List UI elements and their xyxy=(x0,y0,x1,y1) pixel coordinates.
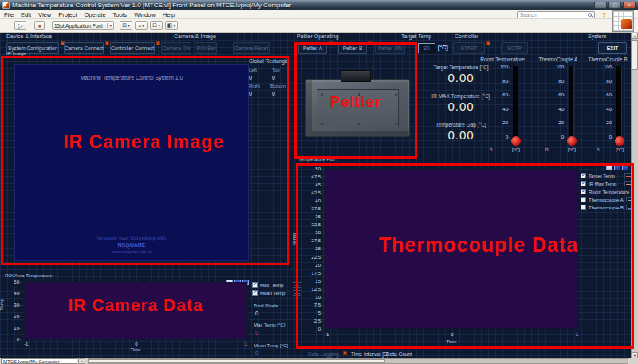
menubar: File Edit View Project Operate Tools Win… xyxy=(0,10,638,19)
annotation-peltier: Peltier xyxy=(294,93,417,111)
max-temp-label: Max Temp [°C] xyxy=(254,323,285,327)
button-label: ROI Set xyxy=(196,45,215,51)
search-input[interactable]: Search xyxy=(517,11,595,18)
statusbar: MTCS.lvproj/My Computer xyxy=(0,358,638,364)
checkbox-icon[interactable] xyxy=(252,290,258,296)
menu-view[interactable]: View xyxy=(38,11,51,18)
font-selector[interactable]: 15pt Application Font xyxy=(52,21,114,30)
led-indicator xyxy=(105,41,109,45)
legend-item-max-temp[interactable]: Max. Temp xyxy=(252,281,301,288)
thermometer-bulb xyxy=(511,136,521,146)
run-button[interactable] xyxy=(14,21,26,30)
thermometer-bar xyxy=(616,66,622,139)
reorder-dropdown[interactable] xyxy=(165,21,178,30)
section-controller: Controller xyxy=(455,33,478,39)
start-button[interactable]: START xyxy=(453,42,485,54)
button-label: System Configuration xyxy=(8,45,57,51)
resize-objects-dropdown[interactable] xyxy=(150,21,163,30)
scrollbar-thumb[interactable] xyxy=(632,40,638,70)
camera-reset-button[interactable]: Camera Reset xyxy=(233,42,270,54)
minimize-icon[interactable]: – xyxy=(594,2,607,9)
thermometer-label: ThermoCouple B xyxy=(584,57,632,62)
button-label: Camera Connect xyxy=(64,45,103,51)
thermometer-label: Room Temperature xyxy=(477,57,528,62)
roi-set-button[interactable]: ROI Set xyxy=(195,42,217,54)
font-selector-label: 15pt Application Font xyxy=(54,23,103,29)
thermometer-scale: 100806040200 xyxy=(500,65,510,139)
menu-project[interactable]: Project xyxy=(58,11,77,18)
roi-chart-y-label: Temp xyxy=(0,299,4,311)
project-tab-label: MTCS.lvproj/My Computer xyxy=(3,359,60,364)
button-label: Camera Reset xyxy=(234,45,268,51)
menu-file[interactable]: File xyxy=(4,11,14,18)
controller-connect-button[interactable]: Controller Connect xyxy=(110,42,155,54)
divider xyxy=(412,350,412,358)
help-icon[interactable] xyxy=(602,11,606,18)
checkbox-icon[interactable] xyxy=(252,282,258,288)
section-target-temp: Target Temp xyxy=(401,33,431,39)
labview-logo-icon xyxy=(612,10,634,32)
thermometer-a: ThermoCouple A 100806040200 0 [°C] xyxy=(533,57,584,152)
section-system: System xyxy=(588,33,606,39)
section-device-interface: Device & Interface xyxy=(6,33,52,39)
chevron-down-icon xyxy=(174,23,176,28)
tab-scroll-left-icon[interactable] xyxy=(78,358,85,364)
target-temp-value: 30 xyxy=(423,45,430,51)
roi-chart-x-label: Time xyxy=(24,347,247,352)
menu-tools[interactable]: Tools xyxy=(113,11,128,18)
menu-operate[interactable]: Operate xyxy=(85,11,106,18)
chevron-down-icon xyxy=(107,23,112,28)
chevron-down-icon xyxy=(158,23,160,28)
labview-app-icon xyxy=(2,2,10,9)
button-label: EXIT xyxy=(607,45,618,51)
scroll-down-icon[interactable] xyxy=(632,352,638,358)
scroll-up-icon[interactable] xyxy=(632,33,638,39)
total-pixels-value: 0 xyxy=(255,311,258,316)
horizontal-scrollbar[interactable] xyxy=(88,358,628,364)
window-title: Machine Temperature Control System Ver 1… xyxy=(12,2,592,9)
button-label: START xyxy=(461,45,478,51)
thermometer-scale: 100806040200 xyxy=(604,65,613,139)
menu-window[interactable]: Window xyxy=(134,11,156,18)
roi-chart-x-axis: -101 xyxy=(24,342,247,346)
align-objects-dropdown[interactable] xyxy=(120,21,132,30)
target-temp-input[interactable]: 30 xyxy=(418,43,435,53)
data-logging-label: Data Logging xyxy=(308,351,339,357)
sotp-button[interactable]: SOTP xyxy=(501,42,528,54)
divider xyxy=(345,37,397,37)
data-count-label: Data Count xyxy=(386,351,412,357)
divider xyxy=(220,37,292,37)
search-icon xyxy=(588,13,592,17)
maximize-icon[interactable]: □ xyxy=(608,2,621,9)
thermometer-bar xyxy=(513,66,518,139)
exit-button[interactable]: EXIT xyxy=(598,42,627,54)
section-peltier-operating: Peltier Operating xyxy=(297,33,339,39)
legend-item-mean-temp[interactable]: Mean Temp xyxy=(252,289,301,296)
project-tab[interactable]: MTCS.lvproj/My Computer xyxy=(1,358,77,364)
thermometer-unit: [°C] xyxy=(616,147,624,152)
statusbar-corner xyxy=(629,358,638,364)
led-indicator xyxy=(486,41,490,45)
thermometer-bulb xyxy=(567,136,577,146)
search-placeholder: Search xyxy=(520,12,586,18)
section-camera-image: Camera & Image xyxy=(174,33,216,39)
mean-temp-label: Mean Temp [°C] xyxy=(254,343,288,348)
menu-edit[interactable]: Edit xyxy=(21,11,31,18)
camera-connect-button[interactable]: Camera Connect xyxy=(64,42,104,54)
menu-help[interactable]: Help xyxy=(163,11,175,18)
camera-on-button[interactable]: Camera ON xyxy=(161,42,191,54)
legend-label: Max. Temp xyxy=(260,283,290,288)
legend-label: Mean Temp xyxy=(260,291,290,296)
thermometer-bar xyxy=(569,66,574,139)
annotation-ir-camera-image: IR Camera Image xyxy=(24,131,263,153)
annotation-ir-camera-data: IR Camera Data xyxy=(32,296,239,315)
total-pixels-label: Total Pixels xyxy=(254,303,278,308)
scrollbar-thumb[interactable] xyxy=(89,359,385,363)
chevron-down-icon xyxy=(128,23,130,28)
thermometer-bulb xyxy=(615,136,624,146)
distribute-objects-dropdown[interactable] xyxy=(135,21,148,30)
close-icon[interactable]: × xyxy=(623,2,636,9)
thermometer-room: Room Temperature 100806040200 0 [°C] xyxy=(477,57,528,152)
abort-button[interactable] xyxy=(34,21,45,30)
chevron-down-icon xyxy=(142,23,144,28)
